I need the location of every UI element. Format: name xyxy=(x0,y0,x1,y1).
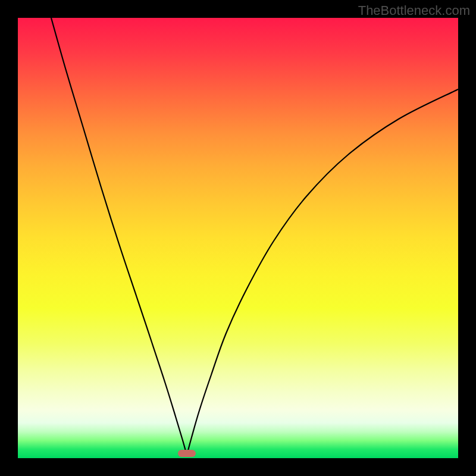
curve-left-branch xyxy=(51,18,187,455)
plot-area xyxy=(18,18,458,458)
curve-svg xyxy=(18,18,458,458)
watermark-text: TheBottleneck.com xyxy=(358,3,470,18)
valley-marker xyxy=(178,450,196,457)
chart-frame: TheBottleneck.com xyxy=(0,0,476,476)
curve-right-branch xyxy=(187,89,458,455)
